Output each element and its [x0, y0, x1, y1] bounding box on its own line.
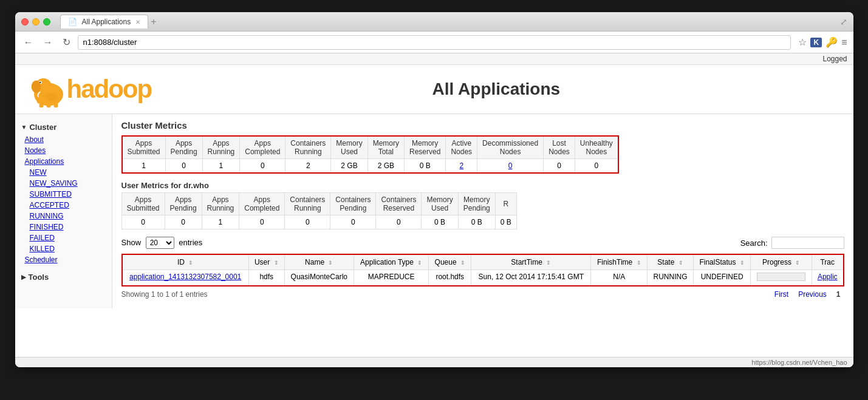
progress-bar [757, 273, 805, 281]
decommissioned-link[interactable]: 0 [508, 161, 513, 170]
sidebar-item-failed[interactable]: FAILED [20, 232, 112, 243]
elephant-icon [27, 71, 70, 107]
first-page-button[interactable]: First [771, 289, 792, 300]
sidebar-tools-header[interactable]: ▶ Tools [15, 270, 112, 284]
col-decommissioned-nodes: DecommissionedNodes [477, 136, 544, 159]
sidebar-item-nodes[interactable]: Nodes [15, 145, 112, 156]
show-label: Show [121, 238, 142, 247]
val-unhealthy-nodes: 0 [575, 159, 618, 174]
um-val-8: 0 B [458, 215, 495, 229]
address-input[interactable] [78, 35, 791, 50]
um-col-containers-running: ContainersRunning [285, 193, 330, 215]
new-tab-button[interactable]: + [151, 16, 156, 27]
sidebar-item-new-saving[interactable]: NEW_SAVING [20, 178, 112, 189]
svg-point-9 [45, 93, 58, 101]
active-nodes-link[interactable]: 2 [459, 161, 463, 170]
val-apps-submitted: 1 [122, 159, 166, 174]
sidebar-item-accepted[interactable]: ACCEPTED [20, 200, 112, 211]
expand-icon[interactable]: ⤢ [840, 17, 847, 27]
val-apps-completed: 0 [240, 159, 285, 174]
td-state: RUNNING [648, 270, 694, 286]
maximize-button[interactable] [43, 18, 50, 25]
th-start-time[interactable]: StartTime ⇕ [471, 254, 591, 270]
sidebar-cluster-section: ▼ Cluster About Nodes Applications NEW N… [15, 120, 112, 265]
sidebar-item-killed[interactable]: KILLED [20, 243, 112, 254]
forward-button[interactable]: → [41, 36, 55, 49]
status-url: https://blog.csdn.net/Vchen_hao [751, 359, 847, 366]
um-col-containers-reserved: ContainersReserved [376, 193, 422, 215]
app-id-link[interactable]: application_1413132307582_0001 [129, 273, 241, 281]
col-memory-total: MemoryTotal [367, 136, 404, 159]
close-button[interactable] [21, 18, 29, 25]
col-apps-pending: AppsPending [165, 136, 202, 159]
td-user: hdfs [248, 270, 284, 286]
entries-label: entries [179, 238, 202, 247]
th-name[interactable]: Name ⇕ [284, 254, 354, 270]
sidebar-item-submitted[interactable]: SUBMITTED [20, 189, 112, 200]
show-entries-left: Show 20 50 100 entries [121, 237, 203, 249]
th-tracking[interactable]: Trac [812, 254, 843, 270]
um-val-4: 0 [285, 215, 330, 229]
th-state[interactable]: State ⇕ [648, 254, 694, 270]
logged-label: Logged [15, 53, 853, 65]
active-tab[interactable]: 📄 All Applications ✕ [60, 15, 149, 29]
sidebar-item-finished[interactable]: FINISHED [20, 222, 112, 232]
td-app-type: MAPREDUCE [354, 270, 428, 286]
tracking-link[interactable]: Applic [818, 273, 838, 281]
page-header: hadoop All Applications [15, 65, 853, 114]
um-col-apps-completed: AppsCompleted [239, 193, 285, 215]
um-val-2: 1 [202, 215, 239, 229]
um-val-3: 0 [239, 215, 285, 229]
sidebar-app-subsection: NEW NEW_SAVING SUBMITTED ACCEPTED RUNNIN… [20, 167, 112, 254]
sidebar-item-running[interactable]: RUNNING [20, 211, 112, 222]
tab-bar: 📄 All Applications ✕ + [60, 15, 157, 29]
th-id[interactable]: ID ⇕ [122, 254, 249, 270]
back-button[interactable]: ← [21, 36, 36, 49]
sidebar-item-about[interactable]: About [15, 134, 112, 145]
table-footer: Showing 1 to 1 of 1 entries First Previo… [121, 286, 844, 302]
col-active-nodes: ActiveNodes [446, 136, 477, 159]
th-progress[interactable]: Progress ⇕ [751, 254, 812, 270]
um-col-memory-r: R [495, 193, 516, 215]
um-val-9: 0 B [495, 215, 516, 229]
td-progress [751, 270, 812, 286]
sidebar-tools-section: ▶ Tools [15, 270, 112, 284]
sidebar-item-applications[interactable]: Applications [15, 156, 112, 167]
user-metrics-table: AppsSubmitted AppsPending AppsRunning Ap… [121, 192, 517, 229]
page-number[interactable]: 1 [833, 289, 844, 300]
search-input[interactable] [771, 237, 844, 249]
sidebar: ▼ Cluster About Nodes Applications NEW N… [15, 114, 112, 308]
page-content: Logged [15, 53, 853, 357]
th-final-status[interactable]: FinalStatus ⇕ [693, 254, 751, 270]
content-area: Cluster Metrics AppsSubmitted AppsPendin… [112, 114, 853, 308]
main-layout: ▼ Cluster About Nodes Applications NEW N… [15, 114, 853, 308]
th-user[interactable]: User ⇕ [248, 254, 284, 270]
td-name: QuasiMonteCarlo [284, 270, 354, 286]
sidebar-item-scheduler[interactable]: Scheduler [15, 254, 112, 265]
th-finish-time[interactable]: FinishTime ⇕ [591, 254, 648, 270]
reload-button[interactable]: ↻ [60, 35, 73, 49]
val-lost-nodes: 0 [544, 159, 575, 174]
search-area: Search: [740, 237, 844, 249]
title-bar: 📄 All Applications ✕ + ⤢ [15, 12, 853, 32]
tab-icon: 📄 [68, 18, 77, 26]
val-memory-total: 2 GB [367, 159, 404, 174]
val-memory-reserved: 0 B [405, 159, 446, 174]
tab-close-icon[interactable]: ✕ [135, 19, 140, 25]
status-bar: https://blog.csdn.net/Vchen_hao [15, 357, 853, 367]
bookmark-icon[interactable]: ☆ [798, 36, 807, 48]
sidebar-cluster-header[interactable]: ▼ Cluster [15, 120, 112, 134]
td-start-time: Sun, 12 Oct 2014 17:15:41 GMT [471, 270, 591, 286]
menu-icon[interactable]: ≡ [841, 37, 847, 48]
um-val-6: 0 [376, 215, 422, 229]
previous-page-button[interactable]: Previous [795, 289, 830, 300]
minimize-button[interactable] [32, 18, 39, 25]
key-icon[interactable]: 🔑 [825, 36, 838, 48]
td-id: application_1413132307582_0001 [122, 270, 249, 286]
th-app-type[interactable]: Application Type ⇕ [354, 254, 428, 270]
entries-select[interactable]: 20 50 100 [146, 237, 174, 249]
col-memory-used: MemoryUsed [331, 136, 367, 159]
th-queue[interactable]: Queue ⇕ [429, 254, 471, 270]
sidebar-item-new[interactable]: NEW [20, 167, 112, 178]
extension-k-icon[interactable]: K [810, 38, 822, 47]
